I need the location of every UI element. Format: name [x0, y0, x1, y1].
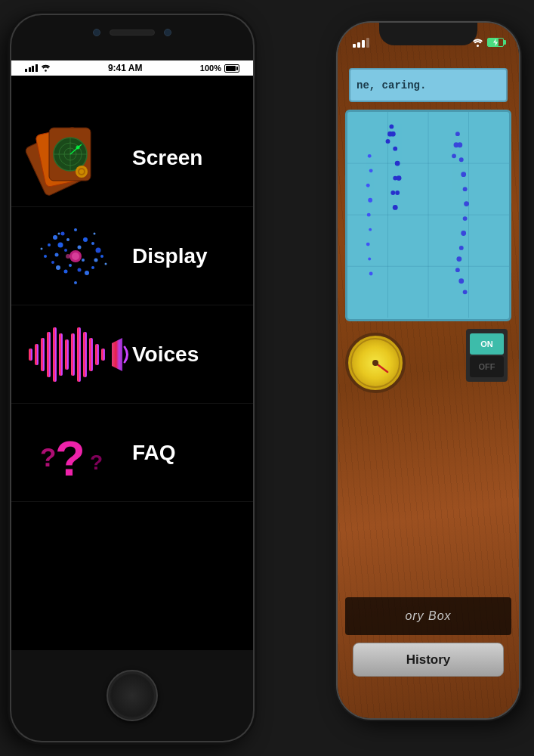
menu-item-display[interactable]: Display	[11, 207, 253, 305]
screen-icon-svg	[26, 120, 125, 196]
sig-bar-2	[29, 67, 31, 72]
status-icons-back	[472, 38, 504, 47]
front-screen: Back Features	[11, 76, 253, 650]
cards-radar-icon	[26, 120, 125, 196]
wifi-icon-front	[41, 64, 51, 72]
svg-point-56	[76, 145, 80, 149]
svg-rect-95	[53, 327, 57, 382]
svg-point-59	[79, 169, 84, 174]
home-button[interactable]	[106, 670, 158, 721]
svg-point-40	[455, 268, 460, 272]
svg-point-78	[94, 258, 98, 262]
status-time: 9:41 AM	[108, 63, 143, 73]
svg-point-39	[456, 256, 461, 262]
back-phone-notch	[379, 23, 477, 45]
svg-point-10	[368, 198, 372, 203]
back-phone-inner: ne, caring.	[338, 23, 519, 718]
oscilloscope-svg	[347, 112, 509, 318]
svg-point-72	[64, 249, 67, 252]
svg-point-79	[91, 266, 94, 269]
menu-label-faq: FAQ	[132, 441, 176, 465]
status-left	[25, 64, 51, 72]
svg-rect-96	[59, 333, 63, 376]
svg-point-19	[390, 132, 396, 137]
menu-label-display: Display	[132, 244, 208, 268]
svg-point-14	[368, 258, 371, 261]
oscilloscope	[345, 110, 511, 321]
menu-item-voices[interactable]: Voices	[11, 305, 253, 404]
svg-text:?: ?	[90, 451, 103, 474]
svg-point-24	[393, 205, 398, 210]
svg-point-28	[452, 153, 456, 158]
waveform-icon	[26, 317, 125, 392]
svg-rect-97	[65, 339, 69, 370]
svg-point-12	[369, 228, 372, 231]
svg-rect-98	[71, 333, 75, 376]
svg-point-31	[457, 142, 462, 147]
svg-text:?: ?	[55, 431, 85, 486]
signal-bars-back	[353, 38, 369, 48]
history-button[interactable]: History	[353, 643, 504, 677]
signal-bar-4	[366, 38, 369, 48]
spirit-text: ne, caring.	[357, 79, 426, 91]
front-phone-statusbar: 9:41 AM 100%	[11, 60, 253, 76]
svg-point-62	[48, 243, 51, 246]
on-off-switch[interactable]: ON OFF	[466, 329, 508, 382]
svg-point-64	[61, 231, 65, 235]
svg-rect-91	[29, 349, 32, 361]
svg-point-38	[459, 246, 464, 250]
svg-point-71	[69, 264, 72, 267]
svg-point-82	[82, 259, 85, 262]
battery-icon-front	[224, 64, 239, 73]
battery-fill-front	[226, 66, 236, 71]
svg-point-37	[461, 231, 466, 236]
svg-point-33	[461, 172, 466, 177]
svg-point-36	[463, 216, 468, 221]
svg-point-70	[64, 269, 68, 273]
signal-bars-front	[25, 64, 38, 72]
svg-point-20	[393, 147, 397, 151]
svg-point-11	[367, 213, 371, 217]
svg-point-85	[74, 228, 77, 231]
svg-point-89	[58, 232, 60, 234]
menu-item-faq[interactable]: ? ? ? FAQ	[11, 404, 253, 502]
menu-label-voices: Voices	[132, 342, 199, 367]
svg-point-27	[395, 161, 400, 166]
signal-bar-3	[362, 40, 365, 48]
front-phone: 9:41 AM 100% Back Features	[11, 15, 253, 741]
svg-point-9	[366, 184, 370, 187]
status-right: 100%	[200, 64, 239, 73]
sig-bar-4	[35, 64, 38, 72]
front-camera	[93, 29, 100, 36]
svg-point-66	[58, 242, 63, 247]
svg-point-30	[455, 132, 460, 136]
svg-point-46	[45, 70, 47, 72]
svg-rect-100	[83, 332, 87, 377]
charging-icon	[492, 39, 499, 46]
battery-icon-back	[487, 38, 504, 47]
faq-icon-svg: ? ? ?	[26, 415, 125, 491]
switch-off[interactable]: OFF	[470, 356, 504, 377]
svg-point-35	[464, 201, 469, 206]
svg-point-25	[395, 191, 400, 195]
svg-rect-101	[89, 338, 93, 371]
svg-rect-92	[35, 344, 39, 365]
spirit-display: ne, caring.	[349, 68, 508, 102]
sig-bar-1	[25, 69, 27, 72]
svg-point-88	[105, 262, 107, 265]
svg-point-26	[397, 175, 402, 181]
front-sensor	[164, 29, 171, 36]
svg-point-0	[477, 45, 479, 47]
svg-point-77	[96, 247, 101, 253]
menu-item-screen[interactable]: Screen	[11, 109, 253, 207]
svg-point-23	[390, 191, 395, 195]
svg-point-41	[458, 278, 464, 284]
switch-on[interactable]: ON	[470, 333, 504, 355]
front-speaker	[110, 29, 155, 36]
menu-label-screen: Screen	[132, 146, 202, 170]
svg-point-7	[368, 154, 372, 158]
svg-point-76	[91, 242, 94, 245]
svg-point-45	[372, 360, 378, 366]
battery-tip-front	[236, 67, 238, 70]
svg-rect-99	[77, 327, 81, 382]
